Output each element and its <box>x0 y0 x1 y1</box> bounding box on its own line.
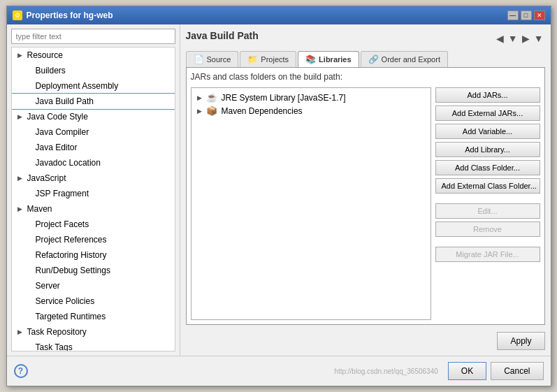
content-area: JARs and class folders on the build path… <box>186 67 545 325</box>
help-button[interactable]: ? <box>14 364 28 378</box>
sidebar-item-label: JavaScript <box>27 172 66 184</box>
sidebar-item-refactoring-history[interactable]: Refactoring History <box>12 247 175 263</box>
sidebar-item-label: Javadoc Location <box>36 157 101 169</box>
tree-arrow: ▶ <box>17 203 24 215</box>
sidebar-item-task-repository[interactable]: ▶ Task Repository <box>12 324 175 340</box>
jre-icon: ☕ <box>206 92 217 103</box>
tab-bar: 📄 Source 📁 Projects 📚 Libraries 🔗 Order … <box>186 51 545 67</box>
sidebar-item-label: Server <box>36 280 60 292</box>
page-title: Java Build Path <box>186 30 259 41</box>
tab-libraries[interactable]: 📚 Libraries <box>298 51 359 67</box>
tree-scroll: ▶ Resource Builders Deployment Assembly … <box>11 47 175 351</box>
order-tab-icon: 🔗 <box>368 55 379 64</box>
title-controls: — □ ✕ <box>507 10 545 20</box>
lib-item-maven[interactable]: ▶ 📦 Maven Dependencies <box>194 104 428 117</box>
sidebar-item-targeted-runtimes[interactable]: Targeted Runtimes <box>12 309 175 324</box>
sidebar-item-java-code-style[interactable]: ▶ Java Code Style <box>12 109 175 124</box>
maximize-button[interactable]: □ <box>521 10 532 20</box>
lib-maven-label: Maven Dependencies <box>222 106 303 116</box>
sidebar-item-label: Java Build Path <box>36 95 94 108</box>
filter-input[interactable] <box>11 29 175 44</box>
sidebar-item-label: Java Code Style <box>27 110 88 123</box>
sidebar-item-project-references[interactable]: Project References <box>12 232 175 247</box>
close-button[interactable]: ✕ <box>534 10 545 20</box>
sidebar-item-label: Project Facets <box>36 218 89 231</box>
sidebar-item-label: Builders <box>36 64 66 77</box>
sidebar-item-label: Project References <box>36 233 107 246</box>
sidebar-item-task-tags[interactable]: Task Tags <box>12 340 175 351</box>
left-panel: ▶ Resource Builders Deployment Assembly … <box>7 24 180 356</box>
sidebar-item-deployment-assembly[interactable]: Deployment Assembly <box>12 78 175 94</box>
sidebar-item-maven[interactable]: ▶ Maven <box>12 201 175 217</box>
add-jars-button[interactable]: Add JARs... <box>435 87 540 103</box>
lib-item-jre[interactable]: ▶ ☕ JRE System Library [JavaSE-1.7] <box>194 91 428 104</box>
library-area: ▶ ☕ JRE System Library [JavaSE-1.7] ▶ 📦 … <box>191 87 540 320</box>
sidebar-item-javadoc-location[interactable]: Javadoc Location <box>12 155 175 170</box>
sidebar-item-server[interactable]: Server <box>12 278 175 293</box>
add-external-class-folder-button[interactable]: Add External Class Folder... <box>435 178 540 194</box>
sidebar-item-javascript[interactable]: ▶ JavaScript <box>12 170 175 186</box>
tab-order-label: Order and Export <box>382 55 440 64</box>
right-panel: Java Build Path ◀ ▼ ▶ ▼ 📄 Source 📁 Proje… <box>180 24 551 356</box>
title-bar: ⚙ Properties for hg-web — □ ✕ <box>7 6 551 24</box>
bottom-bar: ? http://blog.csdn.net/qq_36506340 OK Ca… <box>7 356 551 386</box>
nav-arrows: ◀ ▼ ▶ ▼ <box>495 33 545 44</box>
migrate-jar-button[interactable]: Migrate JAR File... <box>435 247 540 262</box>
tab-order-export[interactable]: 🔗 Order and Export <box>361 51 448 67</box>
tree-arrow: ▶ <box>17 110 24 123</box>
sidebar-item-java-build-path[interactable]: Java Build Path <box>12 94 175 109</box>
sidebar-item-java-editor[interactable]: Java Editor <box>12 140 175 155</box>
tree-arrow: ▶ <box>17 49 24 61</box>
maven-icon: 📦 <box>206 106 217 116</box>
button-spacer <box>435 196 540 201</box>
sidebar-item-label: Targeted Runtimes <box>36 310 106 323</box>
sidebar-item-label: Refactoring History <box>36 249 107 261</box>
menu-button[interactable]: ▼ <box>533 33 545 44</box>
forward-button[interactable]: ▼ <box>507 33 519 44</box>
library-tree[interactable]: ▶ ☕ JRE System Library [JavaSE-1.7] ▶ 📦 … <box>191 87 431 320</box>
properties-window: ⚙ Properties for hg-web — □ ✕ ▶ Resource <box>6 6 551 386</box>
sidebar-item-java-compiler[interactable]: Java Compiler <box>12 124 175 140</box>
sidebar-item-label: Resource <box>27 49 63 61</box>
sidebar-item-label: Java Editor <box>36 141 78 154</box>
libraries-tab-icon: 📚 <box>305 55 316 64</box>
sidebar-item-label: Maven <box>27 203 52 215</box>
sidebar-item-run-debug-settings[interactable]: Run/Debug Settings <box>12 263 175 278</box>
window-icon: ⚙ <box>13 10 22 20</box>
ok-button[interactable]: OK <box>448 362 486 380</box>
sidebar-item-label: Deployment Assembly <box>36 80 119 92</box>
watermark: http://blog.csdn.net/qq_36506340 <box>32 368 444 375</box>
apply-button[interactable]: Apply <box>497 332 544 350</box>
content-description: JARs and class folders on the build path… <box>191 72 540 82</box>
edit-button[interactable]: Edit... <box>435 203 540 219</box>
sidebar-item-project-facets[interactable]: Project Facets <box>12 217 175 232</box>
sidebar-item-jsp-fragment[interactable]: JSP Fragment <box>12 186 175 201</box>
tab-source[interactable]: 📄 Source <box>186 51 239 67</box>
sidebar-item-label: Java Compiler <box>36 126 89 138</box>
lib-jre-label: JRE System Library [JavaSE-1.7] <box>222 93 346 103</box>
tab-source-label: Source <box>207 55 231 64</box>
sidebar-item-resource[interactable]: ▶ Resource <box>12 48 175 63</box>
sidebar-item-label: Run/Debug Settings <box>36 264 110 277</box>
tab-libraries-label: Libraries <box>319 55 351 64</box>
tree-arrow: ▶ <box>17 172 24 184</box>
tab-projects[interactable]: 📁 Projects <box>240 51 296 67</box>
sidebar-item-service-policies[interactable]: Service Policies <box>12 293 175 309</box>
add-external-jars-button[interactable]: Add External JARs... <box>435 106 540 121</box>
forward-button2[interactable]: ▶ <box>521 33 531 44</box>
lib-maven-arrow: ▶ <box>197 108 202 115</box>
add-variable-button[interactable]: Add Variable... <box>435 124 540 139</box>
back-button[interactable]: ◀ <box>495 33 505 44</box>
button-spacer2 <box>435 240 540 244</box>
minimize-button[interactable]: — <box>507 10 519 20</box>
sidebar-item-label: Task Tags <box>36 341 73 351</box>
right-bottom-bar: Apply <box>186 329 545 350</box>
sidebar-item-label: Task Repository <box>27 326 87 338</box>
cancel-button[interactable]: Cancel <box>491 362 543 380</box>
add-library-button[interactable]: Add Library... <box>435 142 540 157</box>
add-class-folder-button[interactable]: Add Class Folder... <box>435 160 540 175</box>
sidebar-item-builders[interactable]: Builders <box>12 63 175 78</box>
sidebar-item-label: Service Policies <box>36 295 95 307</box>
right-header: Java Build Path ◀ ▼ ▶ ▼ <box>186 30 545 47</box>
remove-button[interactable]: Remove <box>435 222 540 237</box>
